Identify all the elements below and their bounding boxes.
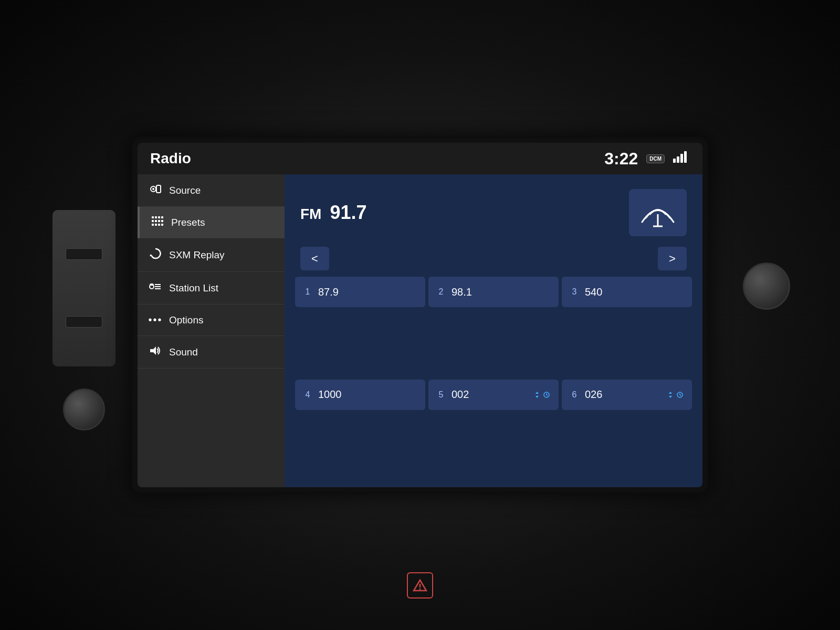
svg-marker-19 [150, 254, 153, 256]
preset-6-number: 6 [570, 390, 579, 400]
sidebar: Source [138, 174, 285, 487]
svg-point-5 [152, 188, 154, 190]
svg-line-32 [680, 395, 681, 396]
preset-1-number: 1 [303, 287, 312, 297]
svg-rect-9 [158, 216, 160, 218]
sidebar-item-presets-label: Presets [171, 217, 205, 228]
header: Radio 3:22 DCM [138, 143, 702, 174]
sidebar-item-options[interactable]: ••• Options [138, 304, 285, 336]
svg-rect-7 [152, 216, 154, 218]
time-display: 3:22 [604, 149, 638, 169]
preset-3[interactable]: 3 540 [562, 277, 692, 307]
preset-4-freq: 1000 [318, 388, 342, 401]
sidebar-item-sound[interactable]: Sound [138, 336, 285, 369]
page-title: Radio [150, 150, 191, 167]
right-controls [735, 262, 798, 368]
screen: Radio 3:22 DCM [138, 143, 702, 487]
preset-1-freq: 87.9 [318, 286, 339, 298]
sidebar-item-sxm-replay[interactable]: SXM Replay [138, 238, 285, 272]
sidebar-item-source-label: Source [169, 185, 201, 196]
svg-rect-18 [161, 224, 163, 226]
sidebar-item-station-list-label: Station List [169, 282, 218, 294]
screen-bezel: Radio 3:22 DCM [131, 136, 709, 494]
svg-rect-14 [161, 220, 163, 222]
svg-rect-8 [155, 216, 157, 218]
svg-rect-6 [156, 185, 161, 193]
preset-2-number: 2 [437, 287, 445, 297]
svg-rect-13 [158, 220, 160, 222]
hazard-button[interactable] [407, 572, 433, 598]
sidebar-item-station-list[interactable]: Station List [138, 272, 285, 304]
now-playing: FM 91.7 [285, 174, 702, 247]
preset-5[interactable]: 5 002 [428, 380, 559, 410]
station-list-icon [148, 281, 163, 295]
options-icon: ••• [148, 314, 163, 326]
svg-rect-16 [155, 224, 157, 226]
sound-icon [148, 345, 163, 359]
presets-icon [150, 216, 165, 228]
svg-rect-17 [158, 224, 160, 226]
right-panel: FM 91.7 [285, 174, 702, 487]
sxm-replay-icon [148, 248, 163, 262]
main-content: Source [138, 174, 702, 487]
dcm-badge: DCM [646, 154, 665, 163]
antenna-icon [639, 196, 676, 230]
left-button-bottom[interactable] [66, 316, 102, 328]
svg-rect-2 [680, 154, 683, 163]
svg-rect-11 [152, 220, 154, 222]
svg-rect-15 [152, 224, 154, 226]
preset-2[interactable]: 2 98.1 [428, 277, 559, 307]
preset-grid: 1 87.9 2 98.1 3 540 4 [285, 277, 702, 487]
band-label: FM [300, 206, 321, 223]
left-button-top[interactable] [66, 248, 102, 260]
preset-5-icons [533, 391, 550, 398]
preset-5-freq: 002 [452, 388, 469, 401]
signal-icon [673, 151, 690, 166]
preset-2-freq: 98.1 [452, 286, 472, 298]
svg-point-35 [419, 589, 421, 590]
preset-6[interactable]: 6 026 [562, 380, 692, 410]
volume-knob[interactable] [63, 388, 105, 430]
svg-rect-1 [677, 156, 679, 163]
next-button[interactable]: > [658, 247, 687, 270]
prev-button[interactable]: < [300, 247, 329, 270]
svg-rect-3 [684, 151, 687, 163]
sidebar-item-sxm-label: SXM Replay [169, 249, 225, 261]
svg-marker-24 [150, 346, 156, 355]
preset-3-freq: 540 [585, 286, 602, 298]
left-controls [42, 210, 126, 420]
svg-line-29 [547, 395, 548, 396]
preset-6-freq: 026 [585, 388, 602, 401]
station-info: FM 91.7 [300, 202, 367, 224]
preset-5-number: 5 [437, 390, 445, 400]
preset-4-number: 4 [303, 390, 312, 400]
bottom-area [407, 572, 433, 598]
preset-4[interactable]: 4 1000 [295, 380, 425, 410]
header-right: 3:22 DCM [604, 149, 690, 169]
left-panel [52, 210, 116, 366]
nav-row: < > [285, 247, 702, 277]
preset-1[interactable]: 1 87.9 [295, 277, 425, 307]
frequency-display: 91.7 [330, 202, 366, 224]
preset-6-icons [667, 391, 684, 398]
svg-rect-10 [161, 216, 163, 218]
sidebar-item-options-label: Options [169, 314, 203, 326]
tune-knob[interactable] [743, 262, 790, 310]
svg-rect-12 [155, 220, 157, 222]
source-icon [148, 184, 163, 197]
svg-rect-0 [673, 159, 676, 163]
sidebar-item-source[interactable]: Source [138, 174, 285, 207]
sidebar-item-presets[interactable]: Presets [138, 207, 285, 238]
car-surround: Radio 3:22 DCM [0, 0, 840, 630]
sidebar-item-sound-label: Sound [169, 346, 198, 358]
preset-3-number: 3 [570, 287, 579, 297]
signal-widget [629, 189, 687, 236]
